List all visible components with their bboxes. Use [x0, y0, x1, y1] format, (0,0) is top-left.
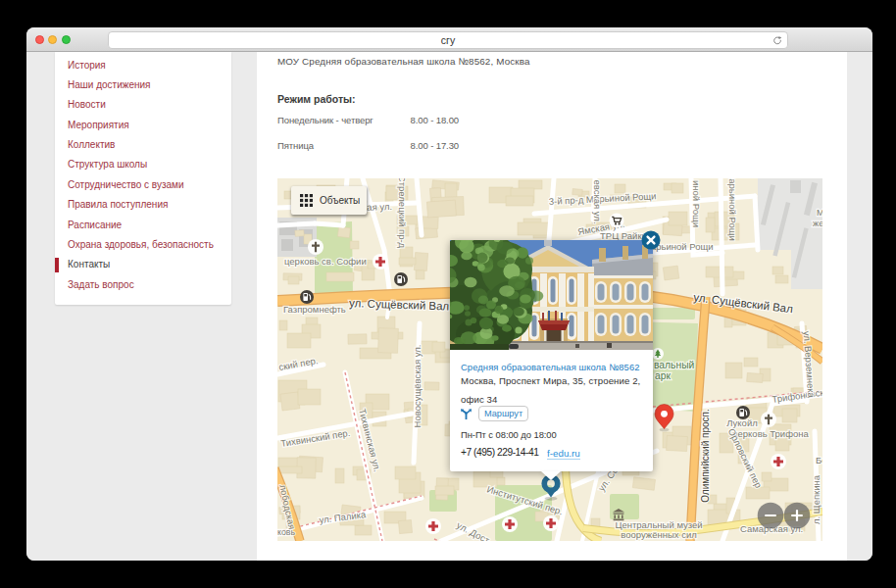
map-poi-medcross	[502, 516, 518, 532]
balloon-address: Москва, Проспект Мира, 35, строение 2,оф…	[461, 375, 640, 387]
route-button[interactable]: Маршрут	[478, 406, 528, 421]
zoom-in-button[interactable]	[784, 503, 811, 529]
map-poi-fuel	[300, 290, 314, 304]
address-bar[interactable]: сгу	[108, 31, 788, 49]
sidebar-item-7[interactable]: Сотрудничество с вузами	[55, 175, 231, 195]
schedule-time-value: 8.00 - 17.30	[411, 140, 460, 151]
schedule-day-label: Пятница	[277, 140, 411, 151]
map-objects-button[interactable]: Объекты	[291, 186, 367, 215]
sidebar-item-4[interactable]: Мероприятия	[55, 116, 231, 135]
map-label: кая ул.	[363, 201, 393, 213]
sidebar-item-5[interactable]: Коллектив	[55, 135, 231, 155]
map-poi-cart	[610, 214, 624, 228]
minimize-window-button[interactable]	[48, 35, 57, 44]
browser-titlebar: сгу	[26, 27, 872, 52]
map-label: вооружённых сил	[621, 529, 697, 540]
hours-heading: Режим работы:	[277, 93, 356, 105]
sidebar-item-12[interactable]: Задать вопрос	[55, 275, 231, 295]
map-label: Олимпийский просп.	[700, 409, 711, 503]
map-label: Стрелецкий пр-д	[397, 178, 408, 249]
map-poi-fuel	[394, 272, 408, 286]
map-poi-fuel	[736, 406, 750, 419]
map-poi-tree	[652, 348, 664, 360]
balloon-tail	[541, 471, 561, 480]
map-label: арк	[655, 370, 671, 381]
map-label: же	[813, 219, 822, 228]
balloon-phone: +7 (495) 229-14-41	[461, 447, 538, 458]
sidebar-item-3[interactable]: Новости	[55, 95, 231, 115]
route-icon	[461, 408, 472, 419]
map-label: Бо	[816, 455, 822, 466]
map-label: церковь св. Софии	[284, 256, 367, 267]
grid-icon	[300, 194, 313, 207]
sidebar-item-6[interactable]: Структура школы	[55, 155, 231, 174]
map-poi-medcross	[373, 254, 388, 270]
map-label: Новосущёвская ул.	[412, 345, 423, 428]
map-poi-church	[761, 412, 776, 427]
map-zoom-controls	[757, 502, 811, 529]
school-photo	[450, 240, 653, 350]
map-objects-label: Объекты	[320, 195, 360, 206]
map-poi-church	[308, 239, 324, 255]
sidebar-item-8[interactable]: Правила поступления	[55, 195, 231, 215]
balloon-website-link[interactable]: f-edu.ru	[547, 448, 580, 460]
map-poi-medcross	[771, 454, 786, 469]
reload-icon[interactable]	[772, 35, 782, 45]
map-label: ковь	[277, 527, 296, 537]
sidebar-item-10[interactable]: Охрана здоровья, безопасность	[55, 235, 231, 255]
balloon-hours: Пн-Пт с 08:00 до 18:00	[461, 429, 557, 440]
main-content: МОУ Средняя образовательная школа №8562,…	[257, 52, 847, 561]
map-label: Марьиной Рощи	[727, 178, 738, 241]
map-poi-medcross	[543, 515, 559, 531]
map-label: евская ул.	[592, 179, 603, 223]
map-poi-medcross	[425, 518, 441, 534]
sidebar-item-2[interactable]: Наши достижения	[55, 75, 231, 95]
map-label: иной Рощи	[691, 180, 702, 227]
sidebar-item-1[interactable]: История	[55, 56, 231, 75]
balloon-school-link[interactable]: Средняя образовательная школа №8562	[461, 362, 640, 372]
map-label: Газпромнефть	[283, 304, 346, 315]
page-background: ИсторияНаши достиженияНовостиМероприятия…	[26, 52, 872, 561]
map-label: л. Щепкина	[811, 474, 821, 524]
sidebar-item-11[interactable]: Контакты	[55, 255, 231, 274]
zoom-out-button[interactable]	[758, 503, 784, 529]
browser-window: сгу ИсторияНаши достиженияНовостиМеропри…	[26, 27, 872, 561]
map-label: вальный	[654, 360, 695, 370]
close-window-button[interactable]	[35, 35, 44, 44]
sidebar-menu-list: ИсторияНаши достиженияНовостиМероприятия…	[55, 52, 231, 295]
school-photo-illustration	[450, 240, 653, 350]
schedule-row: Пятница8.00 - 17.30	[277, 140, 459, 151]
sidebar-menu: ИсторияНаши достиженияНовостиМероприятия…	[55, 52, 231, 305]
schedule-time-value: 8.00 - 18.00	[411, 115, 460, 125]
balloon-close-button[interactable]	[641, 230, 661, 250]
schedule-day-label: Понедельник - четверг	[277, 115, 411, 125]
schedule-row: Понедельник - четверг8.00 - 18.00	[277, 115, 459, 125]
map[interactable]: Двикая ул.Стрелецкий пр-д3-й пр-д Марьин…	[277, 178, 822, 541]
map-label: М	[817, 208, 822, 218]
sidebar-item-9[interactable]: Расписание	[55, 216, 231, 235]
map-balloon: Средняя образовательная школа №8562 Моск…	[450, 240, 653, 471]
fullscreen-window-button[interactable]	[62, 35, 71, 44]
address-bar-text: сгу	[109, 32, 787, 48]
map-label: церковь Трифона	[732, 428, 809, 439]
page-title: МОУ Средняя образовательная школа №8562,…	[277, 56, 530, 67]
